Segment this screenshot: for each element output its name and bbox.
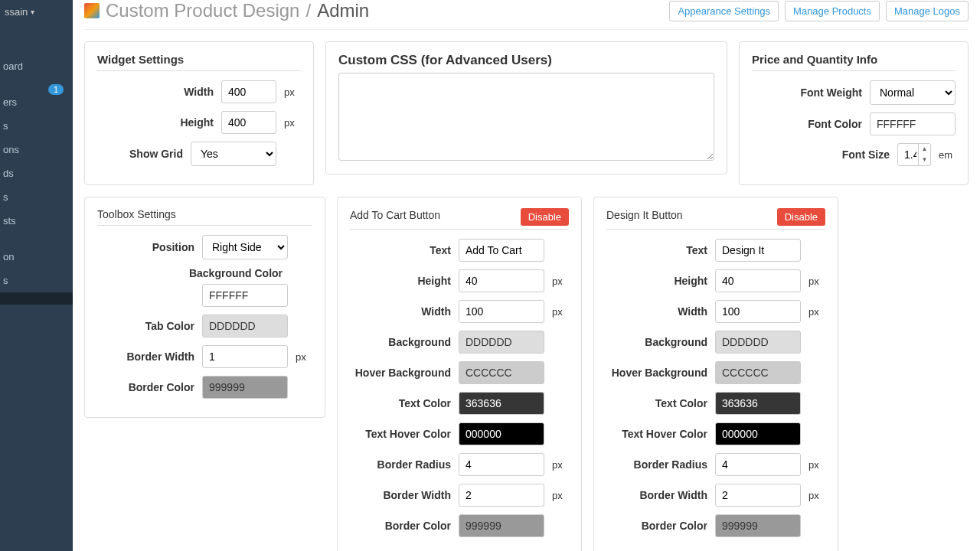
toolbox-bg-color-input[interactable] [202, 284, 288, 307]
addcart-text-input[interactable] [459, 239, 544, 262]
design-it-panel: Design It ButtonDisable Text Heightpx Wi… [593, 197, 838, 551]
show-grid-select[interactable]: Yes [191, 142, 276, 166]
panel-title: Design It Button [606, 209, 683, 221]
sidebar-item[interactable]: ons [0, 138, 73, 161]
manage-logos-button[interactable]: Manage Logos [886, 1, 969, 21]
sidebar-item[interactable]: s [0, 185, 73, 209]
addcart-disable-button[interactable]: Disable [521, 208, 569, 226]
spin-down-icon[interactable]: ▼ [919, 155, 930, 165]
sidebar-item[interactable]: s [0, 114, 73, 138]
design-border-color-input[interactable] [715, 514, 801, 537]
toolbox-border-width-input[interactable] [202, 345, 288, 368]
toolbox-position-select[interactable]: Right Side [202, 235, 288, 259]
sidebar-item[interactable]: on [0, 245, 73, 269]
add-to-cart-panel: Add To Cart ButtonDisable Text Heightpx … [337, 197, 582, 551]
design-text-hover-color-input[interactable] [715, 422, 801, 445]
sidebar-item[interactable] [0, 292, 73, 305]
panel-title: Add To Cart Button [350, 209, 440, 221]
toolbox-tab-color-input[interactable] [202, 315, 288, 337]
user-menu[interactable]: ssain ▾ [0, 0, 73, 24]
toolbox-settings-panel: Toolbox Settings PositionRight Side Back… [84, 197, 325, 418]
panel-title: Custom CSS (for Advanced Users) [338, 53, 714, 68]
manage-products-button[interactable]: Manage Products [785, 1, 880, 21]
panel-title: Widget Settings [97, 53, 301, 66]
addcart-hover-bg-input[interactable] [459, 361, 544, 384]
appearance-settings-button[interactable]: Appearance Settings [669, 1, 779, 21]
design-disable-button[interactable]: Disable [777, 208, 825, 226]
addcart-bg-input[interactable] [459, 331, 544, 354]
design-border-radius-input[interactable] [715, 453, 801, 476]
addcart-height-input[interactable] [459, 269, 544, 292]
page-title: Custom Product Design / Admin [84, 0, 369, 21]
addcart-border-color-input[interactable] [459, 514, 544, 537]
sidebar-item[interactable]: oard [0, 54, 73, 78]
price-quantity-panel: Price and Quantity Info Font WeightNorma… [739, 41, 969, 185]
design-text-input[interactable] [715, 239, 801, 262]
addcart-border-width-input[interactable] [459, 484, 544, 507]
spin-up-icon[interactable]: ▲ [919, 144, 930, 155]
sidebar-item[interactable]: 1 [0, 78, 73, 90]
font-size-spinner: ▲▼ [897, 143, 931, 166]
design-border-width-input[interactable] [715, 484, 801, 507]
addcart-text-color-input[interactable] [459, 392, 544, 415]
sidebar-item[interactable]: ds [0, 161, 73, 185]
page-header: Custom Product Design / Admin Appearance… [84, 0, 969, 30]
design-hover-bg-input[interactable] [715, 361, 801, 384]
sidebar-item[interactable]: sts [0, 209, 73, 233]
addcart-border-radius-input[interactable] [459, 453, 544, 476]
design-width-input[interactable] [715, 300, 801, 323]
app-logo-icon [84, 3, 100, 18]
sidebar-nav: oard 1 ers s ons ds s sts on s [0, 54, 73, 305]
widget-width-input[interactable] [221, 80, 276, 103]
user-name: ssain [5, 6, 28, 18]
custom-css-panel: Custom CSS (for Advanced Users) [325, 41, 727, 174]
toolbox-border-color-input[interactable] [202, 376, 288, 399]
custom-css-textarea[interactable] [338, 73, 714, 161]
addcart-text-hover-color-input[interactable] [459, 422, 544, 445]
panel-title: Toolbox Settings [97, 208, 312, 220]
chevron-down-icon: ▾ [31, 8, 34, 16]
sidebar: ssain ▾ oard 1 ers s ons ds s sts on s [0, 0, 73, 551]
sidebar-item[interactable] [0, 233, 73, 245]
sidebar-item[interactable]: s [0, 269, 73, 292]
font-color-input[interactable] [870, 112, 956, 135]
widget-settings-panel: Widget Settings Widthpx Heightpx Show Gr… [84, 41, 314, 185]
widget-height-input[interactable] [221, 111, 276, 134]
font-weight-select[interactable]: Normal [870, 80, 956, 105]
sidebar-item[interactable]: ers [0, 90, 73, 114]
panel-title: Price and Quantity Info [752, 53, 956, 66]
design-text-color-input[interactable] [715, 392, 801, 415]
addcart-width-input[interactable] [459, 300, 544, 323]
design-height-input[interactable] [715, 269, 801, 292]
design-bg-input[interactable] [715, 331, 801, 354]
